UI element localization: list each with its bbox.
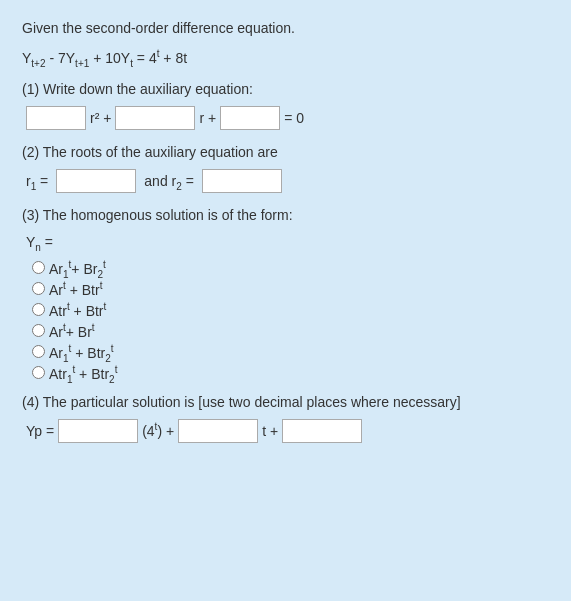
option3-text: Atrt + Btrt — [49, 303, 106, 319]
problem-title: Given the second-order difference equati… — [22, 18, 549, 39]
r1-input[interactable] — [56, 169, 136, 193]
yp-4t-label: (4t) + — [142, 423, 174, 439]
aux-r-label: r + — [199, 110, 216, 126]
section4-label: (4) The particular solution is [use two … — [22, 392, 549, 413]
section1-label: (1) Write down the auxiliary equation: — [22, 79, 549, 100]
option1-text: Ar1t+ Br2t — [49, 261, 106, 277]
particular-line: Yp = (4t) + t + — [26, 419, 549, 443]
aux-coeff3-input[interactable] — [220, 106, 280, 130]
option5-radio[interactable] — [32, 345, 45, 358]
aux-equation-line: r² + r + = 0 — [26, 106, 549, 130]
option3-radio[interactable] — [32, 303, 45, 316]
section2-label: (2) The roots of the auxiliary equation … — [22, 142, 549, 163]
aux-coeff2-input[interactable] — [115, 106, 195, 130]
option2-radio[interactable] — [32, 282, 45, 295]
homogenous-options: Ar1t+ Br2t Art + Btrt Atrt + Btrt Art+ B… — [32, 259, 549, 382]
option2-text: Art + Btrt — [49, 282, 102, 298]
r1-prefix: r1 = — [26, 173, 48, 189]
yp-t-label: t + — [262, 423, 278, 439]
yn-label: Yn = — [26, 232, 549, 253]
main-equation: Yt+2 - 7Yt+1 + 10Yt = 4t + 8t — [22, 47, 549, 69]
yp-coeff1-input[interactable] — [58, 419, 138, 443]
option6-label[interactable]: Atr1t + Btr2t — [32, 364, 549, 382]
option1-radio[interactable] — [32, 261, 45, 274]
option4-text: Art+ Brt — [49, 324, 95, 340]
yp-coeff3-input[interactable] — [282, 419, 362, 443]
option4-radio[interactable] — [32, 324, 45, 337]
option4-label[interactable]: Art+ Brt — [32, 322, 549, 340]
and-label: and r2 = — [144, 173, 194, 189]
yp-prefix: Yp = — [26, 423, 54, 439]
aux-eq-zero: = 0 — [284, 110, 304, 126]
aux-r2-label: r² + — [90, 110, 111, 126]
problem-container: Given the second-order difference equati… — [22, 18, 549, 443]
option6-text: Atr1t + Btr2t — [49, 366, 117, 382]
option2-label[interactable]: Art + Btrt — [32, 280, 549, 298]
option3-label[interactable]: Atrt + Btrt — [32, 301, 549, 319]
option6-radio[interactable] — [32, 366, 45, 379]
aux-coeff1-input[interactable] — [26, 106, 86, 130]
r2-input[interactable] — [202, 169, 282, 193]
section3-label: (3) The homogenous solution is of the fo… — [22, 205, 549, 226]
option1-label[interactable]: Ar1t+ Br2t — [32, 259, 549, 277]
yp-coeff2-input[interactable] — [178, 419, 258, 443]
option5-text: Ar1t + Btr2t — [49, 345, 114, 361]
roots-line: r1 = and r2 = — [26, 169, 549, 193]
option5-label[interactable]: Ar1t + Btr2t — [32, 343, 549, 361]
